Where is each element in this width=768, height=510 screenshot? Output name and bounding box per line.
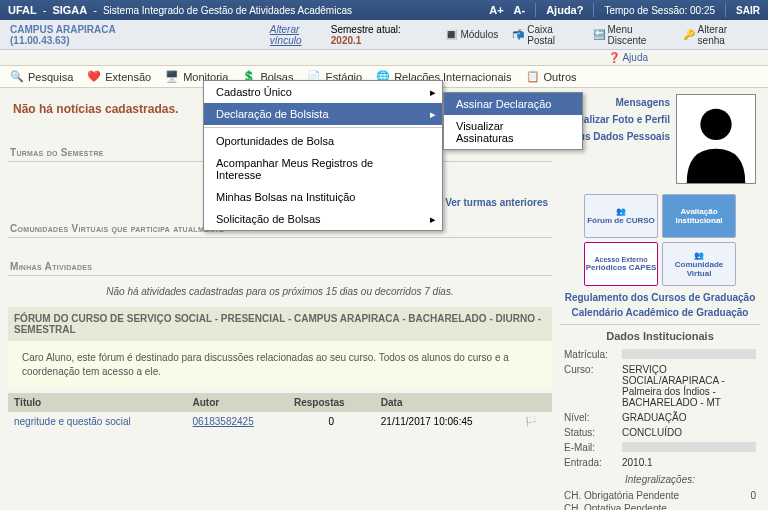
others-icon: 📋: [526, 70, 540, 83]
th-autor: Autor: [187, 393, 288, 412]
submenu-visualizar[interactable]: Visualizar Assinaturas: [444, 115, 582, 149]
declaracao-submenu: Assinar Declaração Visualizar Assinatura…: [443, 92, 583, 150]
lbl-entrada: Entrada:: [564, 457, 622, 468]
widget-comunidade[interactable]: 👥Comunidade Virtual: [662, 242, 736, 286]
lbl-matricula: Matrícula:: [564, 349, 622, 360]
menu-oportunidades[interactable]: Oportunidades de Bolsa: [204, 130, 442, 152]
nav-pesquisa[interactable]: 🔍Pesquisa: [10, 70, 73, 83]
monitor-icon: 🖥️: [165, 70, 179, 83]
session-time: Tempo de Sessão: 00:25: [604, 5, 715, 16]
widget-capes[interactable]: Acesso ExternoPeriódicos CAPES: [584, 242, 658, 286]
lbl-email: E-Mail:: [564, 442, 622, 453]
integralizacoes-title: Integralizações:: [560, 470, 760, 489]
logout-link[interactable]: SAIR: [736, 5, 760, 16]
val-curso: SERVIÇO SOCIAL/ARAPIRACA - Palmeira dos …: [622, 364, 756, 408]
context-bar: CAMPUS ARAPIRACA (11.00.43.63) Alterar v…: [0, 20, 768, 50]
dados-institucionais-title: Dados Institucionais: [560, 324, 760, 347]
ch-obrigatoria-val: 0: [750, 490, 756, 501]
svg-point-1: [700, 109, 731, 140]
menu-declaracao-bolsista[interactable]: Declaração de Bolsista: [204, 103, 442, 125]
forum-table: Título Autor Respostas Data negritude e …: [8, 393, 552, 431]
change-link-link[interactable]: Alterar vínculo: [270, 24, 331, 46]
calendario-link[interactable]: Calendário Acadêmico de Graduação: [572, 307, 749, 318]
ver-turmas-link[interactable]: Ver turmas anteriores: [445, 197, 548, 208]
extension-icon: ❤️: [87, 70, 101, 83]
widget-avaliacao[interactable]: Avaliação Institucional: [662, 194, 736, 238]
bolsas-dropdown: Cadastro Único Declaração de Bolsista Op…: [203, 80, 443, 231]
mailbox-icon: 📬: [512, 29, 524, 41]
user-avatar: [676, 94, 756, 184]
nav-extensao[interactable]: ❤️Extensão: [87, 70, 151, 83]
nav-outros[interactable]: 📋Outros: [526, 70, 577, 83]
menu-minhas-bolsas[interactable]: Minhas Bolsas na Instituição: [204, 186, 442, 208]
help-icon: ❓: [608, 52, 620, 63]
menu-cadastro-unico[interactable]: Cadastro Único: [204, 81, 442, 103]
font-increase[interactable]: A+: [489, 4, 503, 16]
system-name: Sistema Integrado de Gestão de Atividade…: [103, 5, 352, 16]
help-link[interactable]: Ajuda?: [546, 4, 583, 16]
ch-optativa: CH. Optativa Pendente: [564, 503, 667, 510]
mailbox-link[interactable]: 📬Caixa Postal: [506, 22, 584, 48]
brand-sigaa: SIGAA: [52, 4, 87, 16]
menu-acompanhar[interactable]: Acompanhar Meus Registros de Interesse: [204, 152, 442, 186]
th-respostas: Respostas: [288, 393, 375, 412]
section-atividades: Minhas Atividades: [8, 258, 552, 276]
val-matricula: [622, 349, 756, 359]
flag-icon[interactable]: 🏳️: [525, 416, 537, 427]
font-decrease[interactable]: A-: [514, 4, 526, 16]
student-menu-link[interactable]: 🔙Menu Discente: [587, 22, 675, 48]
table-row: negritude e questão social 06183582425 0…: [8, 412, 552, 431]
change-password-link[interactable]: 🔑Alterar senha: [677, 22, 758, 48]
modules-icon: 🔳: [445, 29, 457, 41]
help-sublink[interactable]: ❓ Ajuda: [608, 50, 768, 65]
forum-replies: 0: [288, 412, 375, 431]
atividades-empty: Não há atividades cadastradas para os pr…: [8, 276, 552, 307]
semester-label: Semestre atual:: [331, 24, 401, 35]
semester-value: 2020.1: [331, 35, 362, 46]
modules-link[interactable]: 🔳Módulos: [439, 22, 504, 48]
th-titulo: Título: [8, 393, 187, 412]
lbl-nivel: Nível:: [564, 412, 622, 423]
val-nivel: GRADUAÇÃO: [622, 412, 756, 423]
widget-forum-curso[interactable]: 👥Fórum de CURSO: [584, 194, 658, 238]
val-entrada: 2010.1: [622, 457, 756, 468]
search-icon: 🔍: [10, 70, 24, 83]
brand-ufal: UFAL: [8, 4, 37, 16]
regulamento-link[interactable]: Regulamento dos Cursos de Graduação: [565, 292, 756, 303]
ch-obrigatoria: CH. Obrigatória Pendente: [564, 490, 679, 501]
forum-date: 21/11/2017 10:06:45: [375, 412, 519, 431]
lbl-status: Status:: [564, 427, 622, 438]
forum-description: Caro Aluno, este fórum é destinado para …: [8, 341, 552, 389]
val-email: [622, 442, 756, 452]
top-bar: UFAL - SIGAA - Sistema Integrado de Gest…: [0, 0, 768, 20]
menu-solicitacao[interactable]: Solicitação de Bolsas: [204, 208, 442, 230]
lbl-curso: Curso:: [564, 364, 622, 408]
menu-icon: 🔙: [593, 29, 605, 41]
forum-topic-link[interactable]: negritude e questão social: [14, 416, 131, 427]
forum-author-link[interactable]: 06183582425: [193, 416, 254, 427]
th-data: Data: [375, 393, 519, 412]
submenu-assinar[interactable]: Assinar Declaração: [444, 93, 582, 115]
forum-header: FÓRUM DO CURSO DE SERVIÇO SOCIAL - PRESE…: [8, 307, 552, 341]
campus-label: CAMPUS ARAPIRACA (11.00.43.63): [10, 24, 170, 46]
val-status: CONCLUÍDO: [622, 427, 756, 438]
key-icon: 🔑: [683, 29, 695, 41]
